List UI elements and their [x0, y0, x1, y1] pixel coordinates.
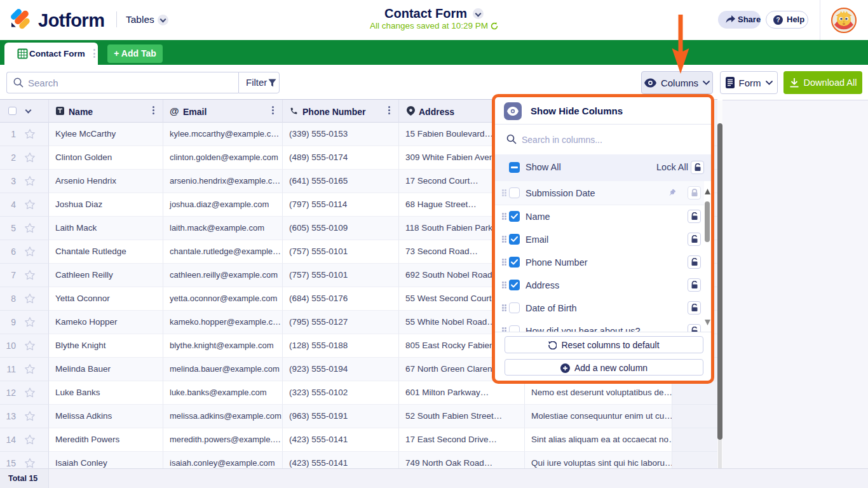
svg-text:?: ?: [776, 17, 780, 24]
